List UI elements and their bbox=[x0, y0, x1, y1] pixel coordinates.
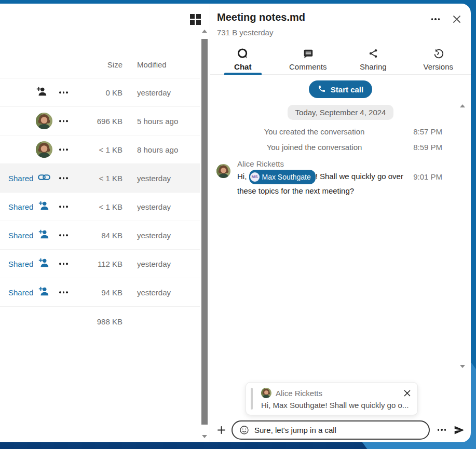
file-modified: yesterday bbox=[137, 231, 171, 240]
chat-message: Alice Ricketts Hi, MSMax Southgate! Shal… bbox=[210, 159, 471, 198]
table-row[interactable]: Shared 94 KB yesterday bbox=[0, 278, 200, 307]
scroll-down-icon[interactable] bbox=[202, 435, 207, 438]
file-actions-menu-icon[interactable] bbox=[57, 203, 70, 210]
start-call-button[interactable]: Start call bbox=[309, 80, 372, 98]
attach-plus-icon[interactable] bbox=[217, 426, 226, 434]
share-add-user-icon[interactable] bbox=[38, 228, 49, 242]
share-add-user-icon[interactable] bbox=[38, 257, 49, 270]
file-size: 0 KB bbox=[105, 88, 123, 97]
file-actions-menu-icon[interactable] bbox=[57, 175, 70, 181]
table-row[interactable]: 0 KB yesterday bbox=[0, 78, 200, 107]
file-modified: 8 hours ago bbox=[137, 145, 178, 154]
file-actions-menu-icon[interactable] bbox=[57, 146, 70, 153]
panel-actions-menu-icon[interactable] bbox=[429, 16, 442, 22]
history-restore-icon bbox=[433, 47, 444, 60]
mention-avatar: MS bbox=[250, 172, 260, 182]
table-row[interactable]: < 1 KB 8 hours ago bbox=[0, 135, 200, 164]
share-add-user-icon[interactable] bbox=[38, 285, 49, 299]
file-modified: yesterday bbox=[137, 202, 171, 211]
message-options-icon[interactable] bbox=[436, 427, 448, 433]
file-modified: yesterday bbox=[137, 88, 171, 97]
send-message-icon[interactable] bbox=[454, 425, 465, 436]
quote-author: Alice Ricketts bbox=[276, 389, 399, 398]
share-add-user-icon[interactable] bbox=[36, 86, 47, 99]
details-header: Meeting notes.md 731 B yesterday bbox=[210, 4, 471, 46]
file-size: 94 KB bbox=[101, 288, 123, 297]
tab-versions[interactable]: Versions bbox=[406, 46, 471, 74]
file-size: 84 KB bbox=[101, 231, 123, 240]
system-message: You created the conversation 8:57 PM bbox=[210, 127, 471, 136]
total-size: 988 KB bbox=[97, 317, 123, 326]
shared-link[interactable]: Shared bbox=[8, 288, 33, 297]
emoji-picker-icon[interactable] bbox=[239, 425, 249, 435]
comment-bubble-icon bbox=[303, 47, 314, 60]
shared-link[interactable]: Shared bbox=[8, 260, 33, 268]
cancel-reply-icon[interactable] bbox=[403, 389, 411, 397]
shared-link[interactable]: Shared bbox=[8, 174, 33, 183]
chat-scroll-up-icon[interactable] bbox=[460, 104, 465, 107]
file-actions-menu-icon[interactable] bbox=[57, 232, 70, 238]
talk-bubble-icon bbox=[237, 47, 249, 60]
tab-comments[interactable]: Comments bbox=[276, 46, 341, 74]
date-separator: Today, September 4, 2024 bbox=[288, 105, 394, 120]
table-row[interactable]: 696 KB 5 hours ago bbox=[0, 107, 200, 135]
tab-chat[interactable]: Chat bbox=[210, 46, 276, 74]
mention-chip[interactable]: MSMax Southgate bbox=[249, 170, 316, 184]
file-title: Meeting notes.md bbox=[217, 11, 463, 23]
tab-sharing[interactable]: Sharing bbox=[341, 46, 406, 74]
quote-preview: Hi, Max Southgate! Shall we quickly go o… bbox=[261, 401, 411, 410]
file-subtitle: 731 B yesterday bbox=[217, 28, 463, 37]
table-row[interactable]: Shared < 1 KB yesterday bbox=[0, 193, 200, 221]
system-message: You joined the conversation 8:59 PM bbox=[210, 143, 471, 152]
message-time: 9:01 PM bbox=[410, 170, 442, 198]
shared-link[interactable]: Shared bbox=[8, 202, 33, 211]
chat-scroll-down-icon[interactable] bbox=[460, 365, 465, 368]
file-actions-menu-icon[interactable] bbox=[57, 289, 70, 295]
scroll-up-icon[interactable] bbox=[202, 30, 207, 33]
file-modified: yesterday bbox=[137, 260, 171, 268]
file-actions-menu-icon[interactable] bbox=[57, 118, 70, 124]
file-modified: 5 hours ago bbox=[137, 117, 178, 126]
sharee-avatar[interactable] bbox=[36, 113, 52, 129]
file-size: 696 KB bbox=[97, 117, 123, 126]
file-list-scrollbar[interactable] bbox=[201, 29, 208, 439]
file-size: < 1 KB bbox=[99, 145, 123, 154]
details-tabs: Chat Comments Sharing Versions bbox=[210, 46, 471, 75]
table-row-selected[interactable]: Shared < 1 KB yesterday bbox=[0, 164, 200, 193]
file-table: Size Modified 0 KB yesterday bbox=[0, 53, 200, 336]
grid-view-toggle-icon[interactable] bbox=[190, 14, 202, 26]
file-size: 112 KB bbox=[98, 260, 123, 268]
shared-link[interactable]: Shared bbox=[8, 231, 33, 240]
close-icon[interactable] bbox=[452, 15, 461, 24]
mention-name: Max Southgate bbox=[262, 170, 311, 184]
phone-icon bbox=[318, 85, 326, 94]
file-table-header: Size Modified bbox=[0, 53, 200, 78]
table-row[interactable]: Shared 84 KB yesterday bbox=[0, 221, 200, 250]
table-row[interactable]: Shared 112 KB yesterday bbox=[0, 250, 200, 278]
author-avatar[interactable] bbox=[216, 164, 230, 178]
file-modified: yesterday bbox=[137, 288, 171, 297]
file-size: < 1 KB bbox=[99, 202, 123, 211]
reply-quote-card: Alice Ricketts Hi, Max Southgate! Shall … bbox=[246, 382, 418, 415]
column-header-size[interactable]: Size bbox=[107, 60, 123, 69]
link-icon[interactable] bbox=[38, 173, 50, 184]
message-text: Hi, MSMax Southgate! Shall we quickly go… bbox=[237, 170, 410, 198]
scrollbar-thumb[interactable] bbox=[201, 39, 208, 425]
quote-author-avatar bbox=[261, 388, 271, 398]
message-input[interactable] bbox=[254, 426, 422, 434]
share-add-user-icon[interactable] bbox=[38, 200, 49, 213]
message-input-box[interactable] bbox=[232, 420, 430, 440]
details-panel: Meeting notes.md 731 B yesterday Chat bbox=[210, 4, 471, 442]
message-input-row bbox=[217, 420, 465, 440]
file-actions-menu-icon[interactable] bbox=[57, 89, 70, 96]
quote-bar bbox=[251, 388, 253, 410]
file-modified: yesterday bbox=[137, 174, 171, 183]
column-header-modified[interactable]: Modified bbox=[137, 60, 167, 69]
share-nodes-icon bbox=[368, 47, 378, 60]
file-actions-menu-icon[interactable] bbox=[57, 261, 70, 267]
file-size: < 1 KB bbox=[99, 174, 123, 183]
chat-area: Start call Today, September 4, 2024 You … bbox=[210, 75, 471, 442]
table-summary-row: 988 KB bbox=[0, 307, 200, 336]
sharee-avatar[interactable] bbox=[36, 141, 52, 158]
app-window: Size Modified 0 KB yesterday bbox=[0, 4, 471, 442]
